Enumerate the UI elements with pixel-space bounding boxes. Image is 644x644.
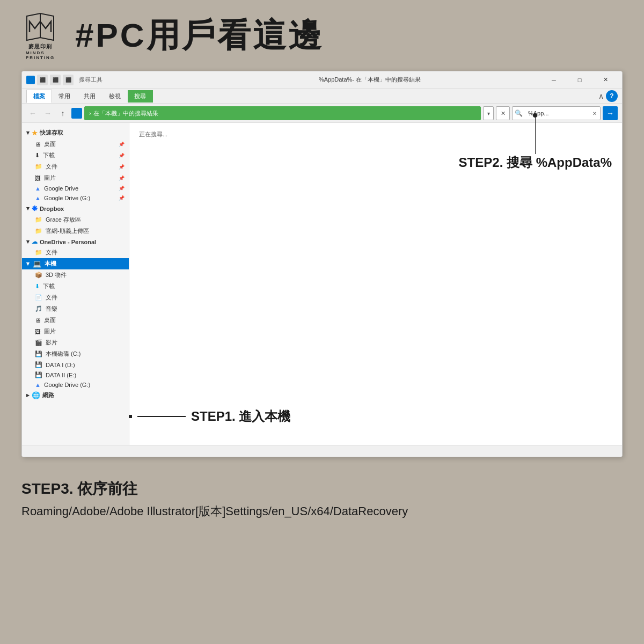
desktop-folder-icon: 🖥 xyxy=(35,141,41,148)
documents-label: 文件 xyxy=(46,163,57,171)
c-drive-icon: 💾 xyxy=(35,350,42,357)
sidebar-item-music[interactable]: 🎵 音樂 xyxy=(22,303,129,314)
3d-icon: 📦 xyxy=(35,272,42,279)
back-button[interactable]: ← xyxy=(26,107,39,120)
sidebar-item-docs2[interactable]: 📄 文件 xyxy=(22,292,129,303)
desktop-label: 桌面 xyxy=(44,140,56,148)
page-title: #PC用戶看這邊 xyxy=(75,13,324,58)
tb-btn-3[interactable]: ⬛ xyxy=(63,75,74,85)
grace-folder-icon: 📁 xyxy=(35,216,42,223)
step3-title: STEP3. 依序前往 xyxy=(21,479,623,499)
clear-search-btn[interactable]: ✕ xyxy=(496,106,510,120)
tab-search[interactable]: 搜尋 xyxy=(128,90,153,103)
tab-share[interactable]: 共用 xyxy=(77,90,103,103)
address-dropdown-btn[interactable]: ▾ xyxy=(483,106,494,120)
sidebar-network[interactable]: ▸ 🌐 網路 xyxy=(22,390,129,401)
downloads-icon: ⬇ xyxy=(35,152,40,159)
search-magnifier-icon: 🔍 xyxy=(513,109,525,117)
title-bar: ⬛ ⬛ ⬛ 搜尋工具 %AppData%- 在「本機」中的搜尋結果 ─ □ ✕ xyxy=(22,71,622,89)
documents-icon: 📁 xyxy=(35,163,42,170)
tab-file[interactable]: 檔案 xyxy=(26,90,52,103)
page-header: 麥思印刷 MINDSPRINTING #PC用戶看這邊 xyxy=(0,0,644,65)
pin-icon-5: 📌 xyxy=(119,186,125,191)
sidebar-item-desktop[interactable]: 🖥 桌面 📌 xyxy=(22,138,129,150)
help-button[interactable]: ? xyxy=(606,90,618,102)
sidebar-item-pictures2[interactable]: 🖼 圖片 xyxy=(22,326,129,337)
tb-btn-2[interactable]: ⬛ xyxy=(50,75,61,85)
sidebar-item-gdrive[interactable]: ▲ Google Drive 📌 xyxy=(22,184,129,193)
video-label: 影片 xyxy=(46,339,57,347)
gdrive-g-icon: ▲ xyxy=(35,195,41,201)
up-button[interactable]: ↑ xyxy=(56,107,69,120)
searching-text: 正在搜尋... xyxy=(135,128,617,141)
content-area: 正在搜尋... xyxy=(129,123,622,445)
sidebar-item-desktop2[interactable]: 🖥 桌面 xyxy=(22,314,129,326)
sidebar-item-e-drive[interactable]: 💾 DATA II (E:) xyxy=(22,370,129,380)
quick-access-star-icon: ★ xyxy=(32,129,38,137)
explorer-window: ⬛ ⬛ ⬛ 搜尋工具 %AppData%- 在「本機」中的搜尋結果 ─ □ ✕ … xyxy=(21,71,623,457)
search-input[interactable] xyxy=(525,110,589,116)
onedrive-icon: ☁ xyxy=(32,238,38,245)
search-clear-btn[interactable]: ✕ xyxy=(589,108,600,119)
title-bar-left: ⬛ ⬛ ⬛ 搜尋工具 xyxy=(26,75,198,85)
minimize-button[interactable]: ─ xyxy=(541,71,566,89)
gdrive-g-label: Google Drive (G:) xyxy=(44,195,90,201)
explorer-icon xyxy=(26,76,35,84)
pictures2-icon: 🖼 xyxy=(35,328,41,335)
close-button[interactable]: ✕ xyxy=(593,71,618,89)
grace-label: Grace 存放區 xyxy=(46,216,81,224)
sidebar-item-pictures[interactable]: 🖼 圖片 📌 xyxy=(22,172,129,184)
sidebar-item-3d[interactable]: 📦 3D 物件 xyxy=(22,269,129,281)
sidebar-this-pc[interactable]: ▾ 💻 本機 xyxy=(22,258,129,269)
gdrive-icon: ▲ xyxy=(35,185,41,192)
onedrive-chevron-icon: ▾ xyxy=(26,238,30,245)
tab-home[interactable]: 常用 xyxy=(52,90,77,103)
pictures-label: 圖片 xyxy=(44,174,56,182)
sidebar-dropbox[interactable]: ▾ ❋ Dropbox xyxy=(22,203,129,214)
dropbox-chevron-icon: ▾ xyxy=(26,205,30,212)
pictures-icon: 🖼 xyxy=(35,175,41,181)
sidebar-item-official[interactable]: 📁 官網-順義上傳區 xyxy=(22,225,129,237)
official-label: 官網-順義上傳區 xyxy=(46,227,89,235)
docs2-icon: 📄 xyxy=(35,294,42,301)
status-bar xyxy=(22,445,622,457)
music-label: 音樂 xyxy=(46,305,57,313)
sidebar-quick-access[interactable]: ▾ ★ 快速存取 xyxy=(22,127,129,138)
sidebar-onedrive[interactable]: ▾ ☁ OneDrive - Personal xyxy=(22,237,129,247)
docs2-label: 文件 xyxy=(46,294,57,302)
step3-path: Roaming/Adobe/Adobe Illustrator[版本]Setti… xyxy=(21,503,623,519)
network-label: 網路 xyxy=(42,391,54,399)
sidebar-item-downloads2[interactable]: ⬇ 下載 xyxy=(22,281,129,292)
address-path[interactable]: › 在「本機」中的搜尋結果 xyxy=(84,106,481,120)
maximize-button[interactable]: □ xyxy=(567,71,592,89)
go-button[interactable]: → xyxy=(603,106,618,120)
sidebar-item-gdrive-g[interactable]: ▲ Google Drive (G:) 📌 xyxy=(22,193,129,203)
d-drive-label: DATA I (D:) xyxy=(46,362,75,368)
desktop2-label: 桌面 xyxy=(44,316,56,324)
d-drive-icon: 💾 xyxy=(35,361,42,368)
this-pc-icon: 💻 xyxy=(33,260,41,268)
g-drive-label: Google Drive (G:) xyxy=(44,382,90,388)
sidebar-item-c-drive[interactable]: 💾 本機磁碟 (C:) xyxy=(22,348,129,360)
sidebar-item-g-drive[interactable]: ▲ Google Drive (G:) xyxy=(22,380,129,390)
sidebar-item-documents[interactable]: 📁 文件 📌 xyxy=(22,161,129,172)
sidebar-item-downloads[interactable]: ⬇ 下載 📌 xyxy=(22,150,129,161)
sidebar-item-grace[interactable]: 📁 Grace 存放區 xyxy=(22,214,129,225)
sidebar: ▾ ★ 快速存取 🖥 桌面 📌 ⬇ 下載 📌 📁 文件 📌 🖼 圖 xyxy=(22,123,129,445)
forward-button[interactable]: → xyxy=(41,107,54,120)
pin-icon-2: 📌 xyxy=(119,153,125,158)
tab-view[interactable]: 檢視 xyxy=(103,90,128,103)
brand-name-en: MINDSPRINTING xyxy=(26,50,55,60)
logo-svg xyxy=(24,11,56,43)
sidebar-item-d-drive[interactable]: 💾 DATA I (D:) xyxy=(22,360,129,370)
ribbon-collapse-btn[interactable]: ∧ xyxy=(598,92,604,100)
gdrive-label: Google Drive xyxy=(44,185,78,192)
tb-btn-1[interactable]: ⬛ xyxy=(37,75,48,85)
search-box[interactable]: 🔍 ✕ xyxy=(512,106,601,120)
sidebar-item-onedrive-docs[interactable]: 📁 文件 xyxy=(22,247,129,258)
window-controls: ─ □ ✕ xyxy=(541,71,618,89)
onedrive-docs-label: 文件 xyxy=(46,248,57,257)
downloads2-icon: ⬇ xyxy=(35,283,40,290)
sidebar-item-video[interactable]: 🎬 影片 xyxy=(22,337,129,348)
address-text: 在「本機」中的搜尋結果 xyxy=(93,109,158,118)
